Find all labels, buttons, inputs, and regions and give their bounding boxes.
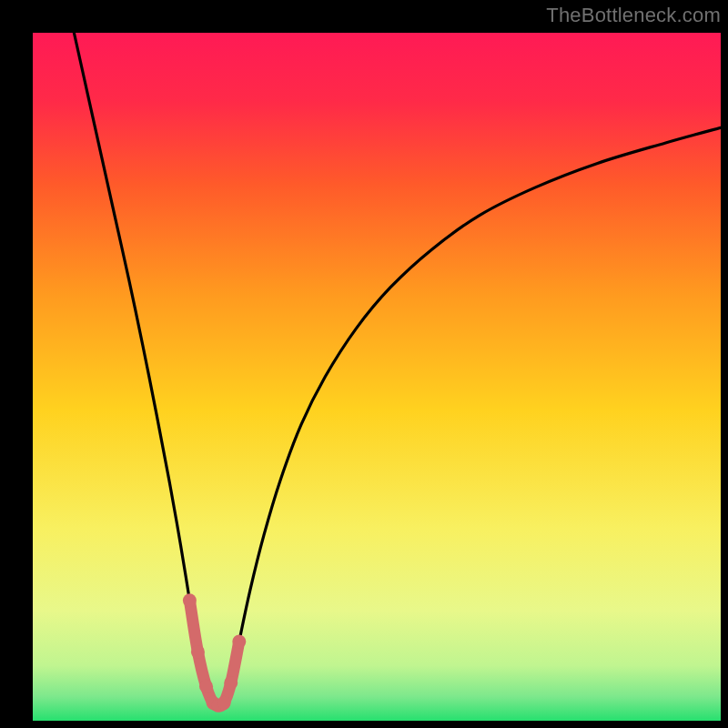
svg-point-3 [199,680,213,693]
svg-point-1 [183,593,197,607]
chart-frame: TheBottleneck.com [0,0,728,728]
watermark-label: TheBottleneck.com [546,4,721,27]
svg-point-7 [224,676,238,690]
bottleneck-curve [74,33,721,706]
plot-area [33,33,721,721]
curve-layer [33,33,721,721]
svg-point-8 [232,635,246,649]
svg-point-2 [191,645,205,659]
svg-point-6 [217,696,231,710]
